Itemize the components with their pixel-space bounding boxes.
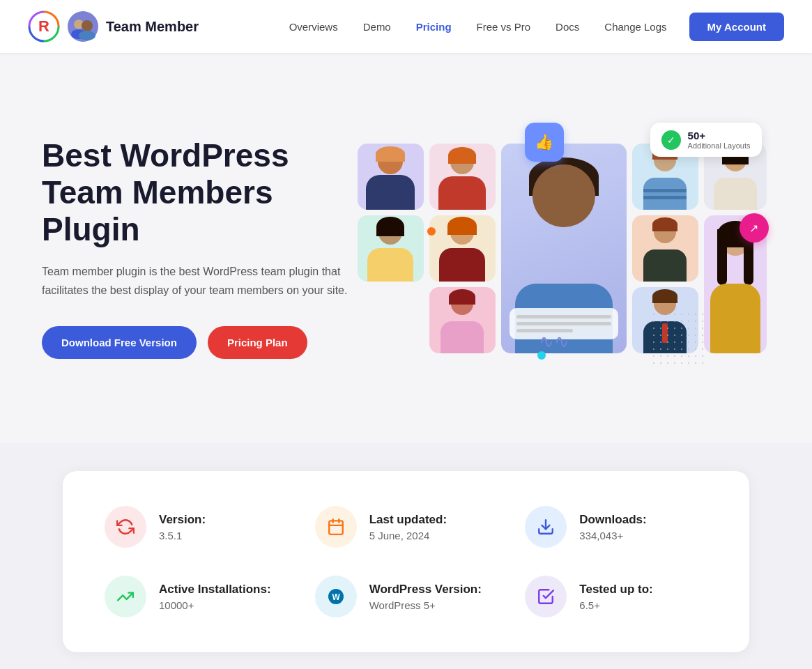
stat-installs-text: Active Installations: 10000+ xyxy=(159,583,271,611)
avatar-card-1 xyxy=(358,144,424,210)
stats-grid: Version: 3.5.1 Last updated: 5 June, 202… xyxy=(105,506,707,617)
wordpress-icon-wrap: W xyxy=(315,576,357,617)
badge-subtitle: Additional Layouts xyxy=(688,141,751,150)
stat-active-installs: Active Installations: 10000+ xyxy=(105,576,287,617)
svg-rect-7 xyxy=(329,521,343,535)
stat-updated-text: Last updated: 5 June, 2024 xyxy=(369,513,447,541)
svg-text:W: W xyxy=(332,592,340,602)
stat-version-text: Version: 3.5.1 xyxy=(159,513,206,541)
avatar-card-2 xyxy=(429,144,496,210)
nav-docs[interactable]: Docs xyxy=(556,21,579,33)
hero-section: Best WordPress Team Members Plugin Team … xyxy=(0,53,812,443)
badge-number: 50+ xyxy=(688,130,751,141)
download-icon-wrap xyxy=(525,506,567,548)
avatar-card-11 xyxy=(429,287,496,353)
share-icon: ↗ xyxy=(740,213,769,243)
svg-point-4 xyxy=(82,20,93,31)
stat-tested: Tested up to: 6.5+ xyxy=(525,576,707,617)
chart-icon-wrap xyxy=(105,576,146,617)
stat-downloads: Downloads: 334,043+ xyxy=(525,506,707,548)
wave-decoration: ∿∿ xyxy=(539,331,569,353)
stat-downloads-text: Downloads: 334,043+ xyxy=(579,513,646,541)
stat-last-updated: Last updated: 5 June, 2024 xyxy=(315,506,498,548)
account-button[interactable]: My Account xyxy=(689,13,784,41)
clipboard-check-icon xyxy=(537,587,555,606)
calendar-icon-wrap xyxy=(315,506,357,548)
navigation: R Team Member Overviews Demo Pricing Fre… xyxy=(0,0,812,53)
stat-tested-text: Tested up to: 6.5+ xyxy=(579,583,652,611)
stat-downloads-value: 334,043+ xyxy=(579,530,646,541)
stat-downloads-label: Downloads: xyxy=(579,513,646,527)
avatar-card-6 xyxy=(358,215,424,282)
stat-updated-label: Last updated: xyxy=(369,513,447,527)
check-icon-wrap xyxy=(525,576,567,617)
calendar-icon xyxy=(327,518,345,536)
team-logo-icon xyxy=(67,10,99,43)
logo-text: Team Member xyxy=(106,19,199,35)
dot-pattern xyxy=(650,311,706,367)
bottom-section: Version: 3.5.1 Last updated: 5 June, 202… xyxy=(0,443,812,669)
hero-description: Team member plugin is the best WordPress… xyxy=(42,263,348,300)
version-icon-wrap xyxy=(105,506,146,548)
chart-icon xyxy=(116,587,135,606)
hero-content: Best WordPress Team Members Plugin Team … xyxy=(42,137,348,359)
stat-updated-value: 5 June, 2024 xyxy=(369,530,447,541)
stat-installs-label: Active Installations: xyxy=(159,583,271,597)
nav-freevspro[interactable]: Free vs Pro xyxy=(477,21,531,33)
thumbs-up-icon: 👍 xyxy=(525,123,564,162)
nav-overviews[interactable]: Overviews xyxy=(289,21,338,33)
stat-wp-text: WordPress Version: WordPress 5+ xyxy=(369,583,482,611)
r-logo-icon: R xyxy=(28,10,60,43)
stat-version-label: Version: xyxy=(159,513,206,527)
hero-buttons: Download Free Version Pricing Plan xyxy=(42,326,348,359)
stat-wp-version: W WordPress Version: WordPress 5+ xyxy=(315,576,498,617)
refresh-icon xyxy=(116,518,135,536)
nav-pricing[interactable]: Pricing xyxy=(416,21,452,33)
logo[interactable]: R Team Member xyxy=(28,10,199,43)
download-icon xyxy=(537,518,555,536)
hero-illustration: 👍 ✓ 50+ Additional Layouts xyxy=(348,123,770,374)
stat-version-value: 3.5.1 xyxy=(159,530,206,541)
hero-title: Best WordPress Team Members Plugin xyxy=(42,137,348,248)
check-icon: ✓ xyxy=(661,130,681,150)
nav-links: Overviews Demo Pricing Free vs Pro Docs … xyxy=(289,21,667,33)
stats-section: Version: 3.5.1 Last updated: 5 June, 202… xyxy=(63,471,749,652)
svg-point-6 xyxy=(79,31,95,40)
illustration-container: 👍 ✓ 50+ Additional Layouts xyxy=(358,123,762,374)
nav-changelogs[interactable]: Change Logs xyxy=(604,21,666,33)
stat-tested-label: Tested up to: xyxy=(579,583,652,597)
badge-text: 50+ Additional Layouts xyxy=(688,130,751,150)
layouts-badge: ✓ 50+ Additional Layouts xyxy=(650,123,762,157)
stat-tested-value: 6.5+ xyxy=(579,599,652,611)
stat-wp-value: WordPress 5+ xyxy=(369,599,482,611)
stat-wp-label: WordPress Version: xyxy=(369,583,482,597)
pricing-plan-button[interactable]: Pricing Plan xyxy=(208,326,307,359)
orange-dot xyxy=(427,227,436,236)
avatar-card-8 xyxy=(632,215,698,282)
wordpress-icon: W xyxy=(327,587,345,606)
avatar-card-7 xyxy=(429,215,496,282)
avatar-card-main xyxy=(501,144,627,353)
stat-installs-value: 10000+ xyxy=(159,599,271,611)
stat-version: Version: 3.5.1 xyxy=(105,506,287,548)
svg-text:R: R xyxy=(38,17,49,35)
download-free-button[interactable]: Download Free Version xyxy=(42,326,197,359)
nav-demo[interactable]: Demo xyxy=(363,21,391,33)
